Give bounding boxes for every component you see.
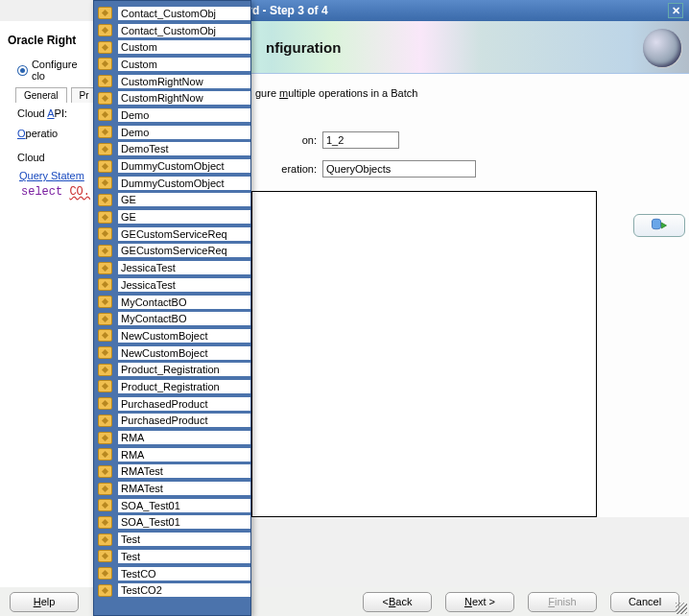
dropdown-item[interactable]: DummyCustomObject [94,175,250,192]
object-icon [98,126,112,138]
object-icon [98,432,112,444]
dropdown-item-label: Test [118,533,250,546]
dropdown-item-label: Custom [118,58,250,71]
dropdown-item-label: GE [118,193,250,206]
object-icon [98,415,112,427]
on-input[interactable] [322,131,399,149]
dropdown-item-label: CustomRightNow [118,91,250,105]
dropdown-item[interactable]: Demo [94,107,250,124]
cloud-op-ul: O [17,128,26,139]
autocomplete-dropdown[interactable]: Contact_CustomObjContact_CustomObjCustom… [93,0,251,616]
close-icon[interactable]: ✕ [668,3,683,18]
dropdown-item[interactable]: PurchasedProduct [94,413,250,430]
object-icon [98,567,112,580]
object-icon [98,397,112,410]
dropdown-item[interactable]: Custom [94,56,250,73]
object-icon [98,41,112,54]
dropdown-item-label: GECustomServiceReq [118,244,250,257]
dropdown-item-label: Contact_CustomObj [118,24,250,37]
tab-general[interactable]: General [15,87,67,103]
dropdown-item[interactable]: MyContactBO [94,310,250,327]
object-icon [98,329,112,342]
dropdown-item[interactable]: GE [94,192,250,209]
object-icon [98,448,112,461]
dropdown-item[interactable]: Custom [94,38,250,56]
dropdown-item[interactable]: CustomRightNow [94,73,250,90]
dropdown-item-label: GE [118,210,250,224]
dropdown-item-label: Test [118,550,250,563]
dropdown-item-label: MyContactBO [118,296,250,309]
dropdown-item[interactable]: MyContactBO [94,294,250,311]
object-icon [98,194,112,206]
dropdown-item[interactable]: NewCustomBoject [94,327,250,344]
dropdown-item-label: PurchasedProduct [118,414,250,427]
next-button[interactable]: Next > [445,592,514,612]
finish-button: Finish [528,592,597,612]
dropdown-item-label: NewCustomBoject [118,346,250,360]
dropdown-item-label: DummyCustomObject [118,177,250,190]
dropdown-item-label: RMATest [118,464,250,478]
object-icon [98,211,112,224]
dropdown-item[interactable]: GECustomServiceReq [94,243,250,260]
dropdown-item[interactable]: JessicaTest [94,259,250,276]
object-icon [98,483,112,495]
query-statement-link[interactable]: Query Statem [0,167,93,183]
object-icon [98,92,112,105]
dropdown-item[interactable]: PurchasedProduct [94,395,250,413]
cloud-api-label: Cloud API: [0,103,93,123]
object-icon [98,533,112,546]
object-icon [98,313,112,325]
dropdown-item[interactable]: Demo [94,124,250,141]
play-db-icon [651,217,668,234]
dropdown-item[interactable]: Product_Registration [94,361,250,378]
cloud-api-ul: A [47,107,54,119]
dropdown-item-label: SOA_Test01 [118,499,250,512]
object-icon [98,7,112,19]
object-icon [98,24,112,36]
dropdown-item[interactable]: TestCO2 [94,581,250,599]
dropdown-item[interactable]: Test [94,548,250,565]
dropdown-item[interactable]: Product_Registration [94,378,250,395]
dropdown-item-label: TestCO [118,567,250,580]
dropdown-item[interactable]: RMATest [94,463,250,481]
cancel-button[interactable]: Cancel [610,592,679,612]
dropdown-item-label: CustomRightNow [118,75,250,88]
dropdown-item[interactable]: Contact_CustomObj [94,22,250,39]
dropdown-item-label: Demo [118,108,250,122]
query-text: select CO. [0,183,93,199]
dropdown-item-label: Custom [118,40,250,54]
dropdown-item-label: PurchasedProduct [118,397,250,411]
object-icon [98,160,112,173]
object-icon [98,75,112,87]
cloud-op-extra: Cloud [0,147,93,167]
tab-strip: General Pr [0,87,93,103]
dropdown-item[interactable]: GECustomServiceReq [94,225,250,243]
object-icon [98,245,112,257]
radio-configure[interactable] [17,65,28,76]
resize-grip-icon[interactable] [676,603,687,614]
background-panel: Oracle Right Configure clo General Pr Cl… [0,21,93,616]
dropdown-item[interactable]: RMA [94,429,250,446]
dropdown-item[interactable]: DummyCustomObject [94,157,250,175]
dropdown-item[interactable]: CustomRightNow [94,89,250,107]
object-icon [98,262,112,274]
dropdown-item[interactable]: RMATest [94,480,250,497]
dropdown-item[interactable]: DemoTest [94,141,250,158]
dropdown-item[interactable]: SOA_Test01 [94,514,250,532]
operation-input[interactable] [322,160,476,178]
dropdown-item[interactable]: RMA [94,446,250,463]
dropdown-item-label: Product_Registration [118,380,250,393]
object-icon [98,108,112,121]
run-button[interactable] [633,214,685,237]
dropdown-item[interactable]: NewCustomBoject [94,344,250,362]
on-label: on: [255,134,317,146]
dropdown-item[interactable]: JessicaTest [94,276,250,294]
help-button[interactable]: Help [10,592,79,612]
dropdown-item[interactable]: SOA_Test01 [94,497,250,514]
dropdown-item[interactable]: GE [94,208,250,225]
dropdown-item-label: DemoTest [118,142,250,155]
dropdown-item[interactable]: Test [94,531,250,548]
dropdown-item[interactable]: Contact_CustomObj [94,5,250,22]
back-button[interactable]: < Back [363,592,432,612]
dropdown-item[interactable]: TestCO [94,565,250,582]
